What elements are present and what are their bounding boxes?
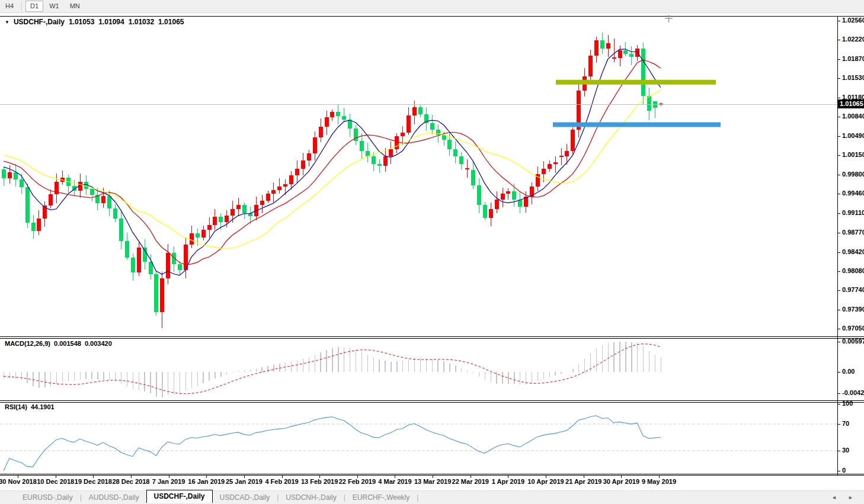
price-tick-label: 0.98420 xyxy=(842,248,864,255)
date-tick-label: 10 Apr 2019 xyxy=(527,478,564,485)
date-tick-label: 7 Jan 2019 xyxy=(152,478,185,485)
rsi-value: 44.1901 xyxy=(31,403,55,410)
date-tick-label: 4 Feb 2019 xyxy=(265,478,298,485)
date-tick-label: 28 Dec 2018 xyxy=(112,478,149,485)
price-tick-label: 1.00490 xyxy=(842,132,864,139)
date-tick-label: 21 Apr 2019 xyxy=(565,478,601,485)
date-tick-label: 22 Feb 2019 xyxy=(339,478,376,485)
rsi-label: RSI(14) 44.1901 xyxy=(5,403,55,410)
macd-tick-label: 0.00 xyxy=(842,368,855,375)
symbol-tab-bar: ◄ ► EURUSD-,Daily|AUDUSD-,DailyUSDCHF-,D… xyxy=(0,490,864,504)
date-tick-label: 1 Apr 2019 xyxy=(492,478,524,485)
price-tick-label: 0.99800 xyxy=(842,171,864,178)
current-price-box: 1.01065 xyxy=(838,99,864,108)
support-band[interactable] xyxy=(553,122,721,127)
date-tick-label: 10 Dec 2018 xyxy=(37,478,74,485)
symbol-tab-usdcnh[interactable]: USDCNH-,Daily xyxy=(279,492,343,503)
price-tick-label: 1.00840 xyxy=(842,113,864,120)
ma-mid-red xyxy=(4,60,661,265)
price-tick-label: 1.00150 xyxy=(842,151,864,158)
rsi-tick-label: 70 xyxy=(842,420,849,427)
price-tick-label: 0.98770 xyxy=(842,229,864,236)
date-tick-label: 4 Mar 2019 xyxy=(378,478,411,485)
symbol-tab-eurusd[interactable]: EURUSD-,Daily xyxy=(15,492,80,503)
ohlc-low: 1.01032 xyxy=(129,18,154,26)
price-tick-label: 0.97390 xyxy=(842,306,864,313)
rsi-indicator-name: RSI(14) xyxy=(5,403,27,410)
tab-scroll-left-icon[interactable]: ◄ xyxy=(831,495,837,500)
symbol-tab-audusd[interactable]: AUDUSD-,Daily xyxy=(82,492,146,503)
price-tick-label: 1.01870 xyxy=(842,55,864,62)
date-tick-label: 30 Nov 2018 xyxy=(0,478,37,485)
date-tick-label: 16 Jan 2019 xyxy=(188,478,225,485)
symbol-dropdown-icon[interactable]: ▼ xyxy=(5,20,9,25)
macd-signal-value: 0.003420 xyxy=(85,340,112,347)
ohlc-close: 1.01065 xyxy=(158,18,184,26)
chart-title: ▼ USDCHF-,Daily 1.01053 1.01094 1.01032 … xyxy=(5,18,184,26)
macd-label: MACD(12,26,9) 0.001548 0.003420 xyxy=(5,340,112,347)
macd-indicator-name: MACD(12,26,9) xyxy=(5,340,50,347)
macd-tick-label: -0.004243 xyxy=(842,389,864,396)
tab-separator: | xyxy=(417,493,418,502)
tab-scroll-right-icon[interactable]: ► xyxy=(848,495,853,500)
resistance-band[interactable] xyxy=(556,80,716,85)
symbol-tab-eurchf[interactable]: EURCHF-,Weekly xyxy=(345,492,417,503)
chart-canvas-wrap xyxy=(0,0,864,504)
price-tick-label: 0.98080 xyxy=(842,267,864,274)
candlesticks xyxy=(2,33,663,328)
price-tick-label: 1.01530 xyxy=(842,74,864,81)
price-tick-label: 0.99110 xyxy=(842,209,864,216)
price-tick-label: 0.97050 xyxy=(842,325,864,332)
date-tick-label: 13 Mar 2019 xyxy=(414,478,451,485)
price-tick-label: 1.02220 xyxy=(842,36,864,43)
date-tick-label: 22 Mar 2019 xyxy=(452,478,489,485)
chart-title-symbol: USDCHF-,Daily xyxy=(14,18,65,26)
ohlc-open: 1.01053 xyxy=(69,18,94,26)
mt4-window: H4D1W1MN ▼ USDCHF-,Daily 1.01053 1.01094… xyxy=(0,0,864,504)
price-tick-label: 0.97740 xyxy=(842,286,864,293)
price-tick-label: 1.02560 xyxy=(842,17,864,24)
macd-tick-label: 0.00597 xyxy=(842,338,864,345)
rsi-tick-label: 0 xyxy=(842,467,846,474)
symbol-tab-usdchf[interactable]: USDCHF-,Daily xyxy=(146,490,213,503)
macd-main-value: 0.001548 xyxy=(54,340,81,347)
price-tick-label: 0.99460 xyxy=(842,190,864,197)
date-tick-label: 9 May 2019 xyxy=(642,478,676,485)
date-tick-label: 13 Feb 2019 xyxy=(301,478,338,485)
symbol-tab-usdcad[interactable]: USDCAD-,Daily xyxy=(213,492,277,503)
date-tick-label: 30 Apr 2019 xyxy=(603,478,639,485)
chart-canvas xyxy=(0,0,864,504)
date-tick-label: 19 Dec 2018 xyxy=(75,478,112,485)
rsi-tick-label: 100 xyxy=(842,400,853,407)
rsi-tick-label: 30 xyxy=(842,447,849,454)
macd-histogram xyxy=(4,342,661,397)
date-tick-label: 25 Jan 2019 xyxy=(226,478,263,485)
ohlc-high: 1.01094 xyxy=(98,18,124,26)
